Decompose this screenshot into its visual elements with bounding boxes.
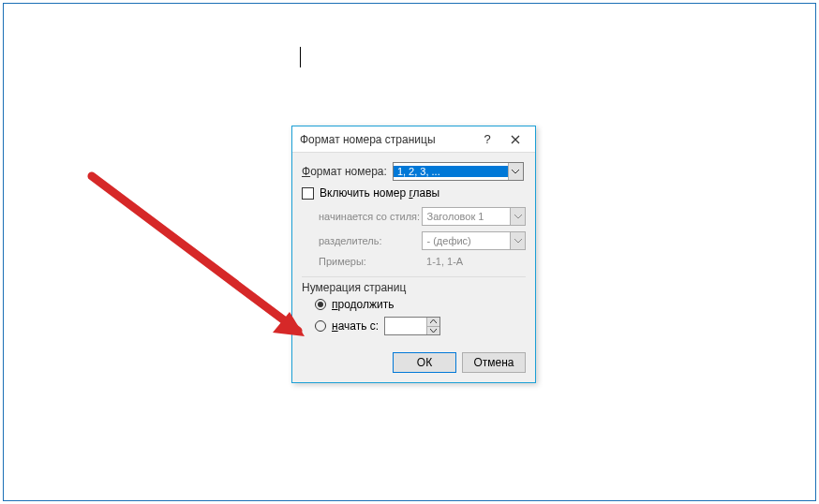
dialog-title: Формат номера страницы — [300, 133, 473, 146]
format-dropdown[interactable]: 1, 2, 3, ... — [393, 162, 524, 181]
starts-with-style-row: начинается со стиля: Заголовок 1 — [319, 207, 526, 226]
examples-label: Примеры: — [319, 256, 424, 267]
start-at-radio[interactable] — [315, 320, 326, 332]
close-icon — [511, 135, 520, 144]
format-label: Формат номера: — [302, 165, 387, 178]
chapter-subgroup: начинается со стиля: Заголовок 1 раздели… — [302, 207, 526, 250]
include-chapter-row[interactable]: Включить номер главы — [302, 186, 526, 200]
spinner-up-button[interactable] — [427, 318, 439, 327]
start-at-radio-row[interactable]: начать с: — [302, 317, 526, 335]
continue-radio-row[interactable]: продолжить — [302, 298, 526, 311]
chevron-up-icon — [430, 319, 437, 323]
chapter-style-value: Заголовок 1 — [423, 211, 510, 222]
include-chapter-label: Включить номер главы — [320, 186, 439, 200]
start-at-value[interactable] — [385, 318, 426, 334]
close-button[interactable] — [501, 129, 529, 150]
include-chapter-checkbox[interactable] — [302, 187, 314, 200]
separator-dropdown[interactable]: - (дефис) — [422, 231, 526, 250]
dialog-footer: ОК Отмена — [292, 345, 535, 382]
separator-value: - (дефис) — [423, 235, 510, 246]
radio-dot-icon — [318, 302, 323, 307]
continue-label: продолжить — [332, 298, 394, 311]
chapter-style-dropdown[interactable]: Заголовок 1 — [422, 207, 526, 226]
numbering-group-label: Нумерация страниц — [302, 276, 526, 294]
page-number-format-dialog: Формат номера страницы ? Формат номера: … — [291, 126, 536, 383]
chevron-down-icon — [510, 208, 525, 225]
chevron-down-icon — [508, 163, 523, 180]
ok-button[interactable]: ОК — [393, 352, 456, 373]
text-cursor — [300, 47, 301, 67]
start-at-spinner[interactable] — [384, 317, 440, 335]
chevron-down-icon — [430, 329, 437, 333]
start-at-label: начать с: — [332, 319, 379, 333]
dialog-body: Формат номера: 1, 2, 3, ... Включить ном… — [292, 153, 535, 345]
dialog-titlebar: Формат номера страницы ? — [292, 126, 535, 153]
chevron-down-icon — [510, 232, 525, 249]
separator-row: разделитель: - (дефис) — [319, 231, 526, 250]
spinner-down-button[interactable] — [427, 327, 439, 335]
format-dropdown-value: 1, 2, 3, ... — [394, 166, 508, 177]
starts-with-style-label: начинается со стиля: — [319, 211, 422, 222]
cancel-button[interactable]: Отмена — [462, 352, 526, 373]
help-button[interactable]: ? — [473, 129, 501, 150]
format-row: Формат номера: 1, 2, 3, ... — [302, 162, 526, 181]
examples-value: 1-1, 1-A — [426, 256, 463, 267]
examples-row: Примеры: 1-1, 1-A — [302, 256, 526, 267]
separator-label: разделитель: — [319, 235, 422, 246]
continue-radio[interactable] — [315, 299, 326, 310]
spinner-buttons — [426, 318, 439, 334]
